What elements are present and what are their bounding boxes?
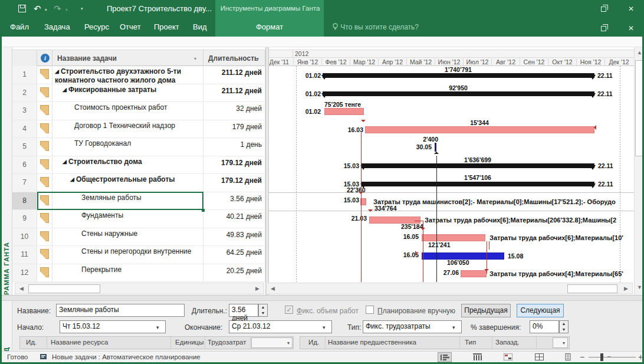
timescale[interactable]: 2012 Дек '11Янв '12Фев '12Мар '12Апр '12… — [269, 50, 634, 66]
notes-cell[interactable] — [37, 84, 52, 103]
duration-cell[interactable]: 64.25 дней — [203, 246, 265, 264]
collapse-icon[interactable]: ◢ — [55, 68, 59, 74]
collapse-icon[interactable]: ◢ — [63, 159, 67, 165]
task-name-cell[interactable]: Стены и перегородки внутренние — [52, 246, 203, 264]
zoom-slider-thumb[interactable] — [600, 353, 603, 361]
month-label[interactable]: Июн '12 — [435, 58, 463, 67]
row-number[interactable]: 9 — [12, 210, 37, 228]
month-label[interactable]: Сен '12 — [520, 58, 548, 67]
resource-column-header[interactable]: Трудозатрат — [208, 339, 246, 346]
qat-customize-icon[interactable]: ▾ — [81, 6, 83, 11]
row-number[interactable]: 1 — [12, 66, 37, 84]
scroll-left-icon[interactable]: ◀ — [268, 285, 278, 293]
collapse-icon[interactable]: ◢ — [70, 176, 74, 182]
chevron-down-icon[interactable]: ▾ — [452, 324, 455, 330]
close-ribbon-icon[interactable]: ✕ — [622, 22, 640, 35]
view-sheet-icon[interactable] — [561, 352, 576, 362]
notes-cell[interactable] — [37, 192, 52, 211]
row-number[interactable]: 5 — [12, 138, 37, 156]
notes-cell[interactable] — [37, 138, 52, 156]
notes-cell[interactable] — [37, 120, 52, 139]
column-header-duration[interactable]: Длительность ▾ — [203, 50, 265, 67]
duration-cell[interactable]: 179 дней — [203, 120, 265, 139]
form-splitter[interactable] — [0, 295, 644, 301]
task-name-cell[interactable]: Перекрытие — [52, 264, 203, 283]
gantt-vscrollbar[interactable]: ▲ ▼ — [634, 47, 644, 295]
predecessor-column-header[interactable]: Тип — [465, 339, 476, 346]
tab-ресурс[interactable]: Ресурс — [84, 22, 109, 31]
resource-column-header[interactable]: Ид. — [26, 339, 37, 346]
summary-bar[interactable] — [362, 163, 594, 168]
table-hscrollbar-thumb[interactable] — [28, 284, 100, 293]
redo-icon[interactable]: ↷ — [54, 4, 61, 14]
table-hscrollbar[interactable]: ◀ ▶ — [15, 283, 264, 294]
task-name-cell[interactable]: Стоимость проектных работ — [52, 102, 203, 120]
duration-cell[interactable]: 211.12 дней — [203, 66, 265, 84]
duration-cell[interactable]: 179.12 дней — [203, 156, 265, 175]
task-name-cell[interactable]: Земляные работы — [52, 192, 203, 211]
row-number[interactable]: 4 — [12, 120, 37, 139]
summary-bar[interactable] — [323, 73, 594, 78]
percent-complete-input[interactable]: 0% — [530, 320, 559, 333]
tab-файл[interactable]: Файл — [10, 22, 29, 31]
gantt-hscrollbar[interactable]: ◀ ▶ — [266, 283, 633, 294]
resource-column-header[interactable]: Единицы — [175, 339, 203, 346]
month-label[interactable]: Май '12 — [406, 58, 435, 67]
selection-fill-handle[interactable] — [202, 209, 205, 212]
ribbon-display-icon[interactable] — [594, 22, 612, 35]
predecessor-header-scroll[interactable]: ▾ — [553, 337, 568, 348]
tab-отчет[interactable]: Отчет — [120, 22, 141, 31]
tab-задача[interactable]: Задача — [44, 22, 70, 31]
notes-cell[interactable] — [37, 246, 52, 264]
zoom-slider-track[interactable] — [589, 357, 636, 358]
duration-spinner[interactable]: ▲▼ — [258, 304, 268, 317]
task-name-cell[interactable]: ◢Строительство дома — [52, 156, 203, 175]
undo-icon[interactable]: ↶ — [34, 4, 41, 14]
scroll-down-icon[interactable]: ▼ — [635, 283, 644, 293]
month-label[interactable]: Июл '12 — [463, 58, 491, 67]
row-number[interactable]: 10 — [12, 228, 37, 247]
task-name-input[interactable]: Земляные работы — [56, 304, 185, 317]
task-name-cell[interactable]: ТУ Горводоканал — [52, 138, 203, 156]
duration-cell[interactable]: 20.25 дней — [203, 264, 265, 283]
duration-cell[interactable]: 40.21 дней — [203, 210, 265, 228]
row-number[interactable]: 7 — [12, 174, 37, 192]
task-bar[interactable] — [324, 108, 364, 115]
finish-date-combo[interactable]: Ср 21.03.12 — [229, 320, 332, 333]
filter-dropdown-icon[interactable]: ▾ — [194, 56, 196, 61]
new-tasks-icon[interactable] — [40, 354, 48, 360]
resource-header-scroll[interactable]: ▾ — [251, 337, 293, 348]
gantt-chart-area[interactable]: 1'740'79101.0222.1192'95001.0222.1175'20… — [269, 66, 634, 283]
zoom-out-icon[interactable]: − — [580, 352, 584, 362]
row-number[interactable]: 8 — [12, 192, 37, 211]
row-number[interactable]: 3 — [12, 102, 37, 120]
duration-cell[interactable]: 49.83 дней — [203, 228, 265, 247]
chevron-down-icon[interactable]: ▾ — [323, 324, 326, 330]
undo-dropdown-icon[interactable]: ▾ — [45, 8, 47, 12]
task-name-cell[interactable]: ◢Строительство двухэтажного 5-ти комнатн… — [52, 66, 203, 84]
task-name-cell[interactable]: ◢Общестроительные работы — [52, 174, 203, 192]
row-number[interactable]: 6 — [12, 156, 37, 175]
effort-driven-checkbox[interactable]: ✓ — [285, 306, 293, 314]
tab-вид[interactable]: Вид — [193, 22, 207, 31]
task-bar[interactable] — [422, 234, 485, 241]
restore-window-icon[interactable] — [594, 2, 612, 15]
row-number[interactable]: 2 — [12, 84, 37, 103]
view-split-icon[interactable] — [532, 352, 546, 362]
predecessor-column-header[interactable]: Запазд. — [495, 339, 520, 346]
row-number[interactable]: 12 — [12, 264, 37, 283]
chevron-down-icon[interactable]: ▾ — [156, 324, 159, 330]
notes-cell[interactable] — [37, 210, 52, 228]
row-number-header[interactable] — [12, 50, 37, 67]
task-bar[interactable] — [461, 270, 487, 277]
tab-format[interactable]: Формат — [215, 22, 324, 31]
duration-cell[interactable]: 1 день — [203, 138, 265, 156]
duration-input[interactable]: 3.56 дней — [229, 304, 258, 317]
duration-cell[interactable]: 211.12 дней — [203, 84, 265, 103]
task-name-cell[interactable]: ◢Фиксированные затраты — [52, 84, 203, 103]
collapse-icon[interactable]: ◢ — [63, 87, 67, 93]
summary-bar[interactable] — [362, 182, 594, 186]
scroll-up-icon[interactable]: ▲ — [635, 48, 644, 58]
predecessor-column-header[interactable]: Название предшественника — [328, 339, 416, 346]
close-window-icon[interactable]: ✕ — [622, 2, 640, 15]
